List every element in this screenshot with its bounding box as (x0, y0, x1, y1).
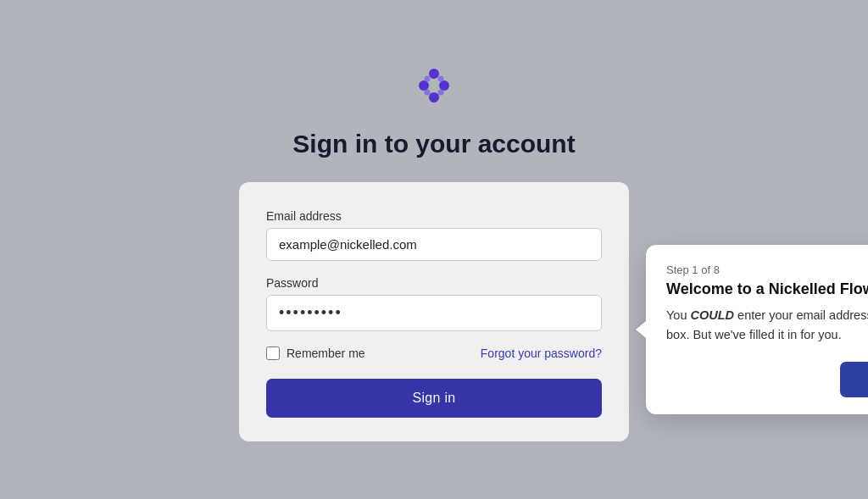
remember-me-label[interactable]: Remember me (266, 347, 365, 360)
tooltip-body: You COULD enter your email address in th… (666, 306, 868, 345)
tooltip-header: Step 1 of 8 Welcome to a Nickelled Flow!… (666, 263, 868, 299)
svg-point-2 (429, 69, 439, 79)
tooltip-italic: COULD (691, 308, 735, 322)
forgot-password-link[interactable]: Forgot your password? (481, 347, 602, 360)
svg-point-5 (438, 75, 444, 81)
tooltip-popup: Step 1 of 8 Welcome to a Nickelled Flow!… (646, 245, 868, 415)
password-label: Password (266, 276, 602, 290)
password-input[interactable] (266, 295, 602, 331)
email-input[interactable] (266, 228, 602, 261)
form-options-row: Remember me Forgot your password? (266, 347, 602, 360)
svg-point-4 (425, 75, 431, 81)
svg-point-1 (439, 80, 449, 91)
next-button[interactable]: Next (840, 362, 868, 397)
email-label: Email address (266, 209, 602, 223)
app-logo (407, 58, 461, 116)
remember-me-text: Remember me (287, 347, 365, 360)
remember-me-checkbox[interactable] (266, 347, 280, 360)
tooltip-title: Welcome to a Nickelled Flow! (666, 280, 868, 299)
svg-point-6 (425, 89, 431, 95)
svg-point-0 (419, 80, 429, 91)
svg-point-7 (438, 89, 444, 95)
page-title: Sign in to your account (292, 130, 575, 158)
step-label: Step 1 of 8 (666, 263, 868, 276)
login-card: Email address Password Remember me Forgo… (239, 182, 629, 441)
signin-button[interactable]: Sign in (266, 379, 602, 418)
svg-point-3 (429, 92, 439, 103)
tooltip-footer: Next (666, 362, 868, 397)
